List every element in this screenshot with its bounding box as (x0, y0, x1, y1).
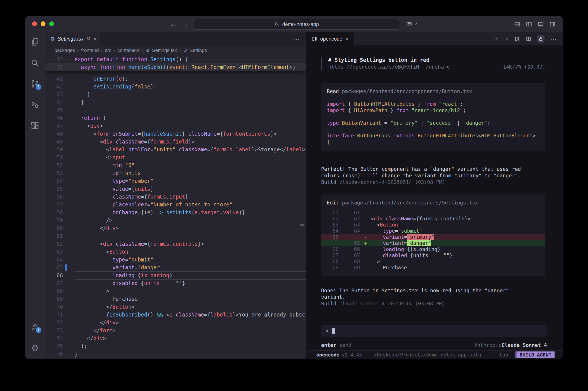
line-number[interactable]: 65 (45, 264, 63, 272)
split-editor-icon[interactable] (526, 36, 531, 42)
line-number[interactable]: 73 (45, 327, 63, 334)
code-line[interactable]: 45 (45, 106, 306, 114)
code-line[interactable]: 49 <div className={formCs.field}> (45, 138, 306, 146)
line-number[interactable]: 61 (45, 232, 63, 240)
agent-badge[interactable]: BUILD AGENT (515, 351, 555, 358)
line-number[interactable]: 71 (45, 311, 63, 319)
code-line[interactable]: 70 </Button> (45, 303, 306, 311)
code-line[interactable]: 61 (45, 232, 306, 240)
code-line[interactable]: 43 } (45, 91, 306, 98)
line-number[interactable]: 51 (45, 154, 63, 161)
code-line[interactable]: 68 > (45, 287, 306, 295)
prompt-input[interactable]: > (321, 325, 547, 337)
maximize-window-button[interactable] (49, 21, 54, 26)
code-line[interactable]: 64 type="submit" (45, 256, 306, 264)
line-number[interactable]: 44 (45, 98, 63, 106)
line-number[interactable]: 32 (45, 63, 63, 71)
code-editor[interactable]: 41 onError(e);42 setIsLoading(false);43 … (45, 55, 306, 359)
code-line[interactable]: 54 type="number" (45, 177, 306, 185)
line-number[interactable]: 41 (45, 75, 63, 83)
sidebar-item-explorer[interactable] (30, 37, 40, 47)
line-number[interactable]: 75 (45, 342, 63, 350)
new-terminal-icon[interactable] (493, 36, 499, 42)
code-line[interactable]: 48 <form onSubmit={handleSubmit} classNa… (45, 130, 306, 138)
line-number[interactable]: 72 (45, 319, 63, 327)
line-number[interactable]: 58 (45, 209, 63, 216)
line-number[interactable]: 74 (45, 334, 63, 342)
back-arrow-icon[interactable]: ← (170, 19, 177, 29)
line-number[interactable]: 67 (45, 279, 63, 287)
breadcrumb-item[interactable]: frontend (81, 48, 99, 53)
line-number[interactable]: 57 (45, 201, 63, 209)
line-number[interactable]: 49 (45, 138, 63, 146)
line-number[interactable]: 59 (45, 216, 63, 224)
breadcrumb-item[interactable]: packages (54, 48, 75, 53)
breadcrumb-item[interactable]: containers (118, 48, 140, 53)
code-line[interactable]: 66 loading={isLoading} (45, 272, 306, 279)
toggle-sidebar-left-icon[interactable] (526, 21, 532, 27)
more-actions-icon[interactable]: ⋯ (293, 35, 300, 43)
code-line[interactable]: 74 </div> (45, 334, 306, 342)
code-line[interactable]: 13export default function Settings() { (45, 55, 306, 63)
forward-arrow-icon[interactable]: → (182, 19, 189, 29)
opencode-terminal[interactable]: # Styling Settings button in red https:/… (307, 45, 563, 350)
sidebar-item-search[interactable] (30, 58, 40, 68)
scrollbar-thumb[interactable] (300, 224, 305, 226)
code-line[interactable]: 63 <Button (45, 248, 306, 256)
line-number[interactable]: 70 (45, 303, 63, 311)
line-number[interactable]: 68 (45, 287, 63, 295)
unshare-link[interactable]: /unshare (426, 64, 450, 70)
opencode-logo-icon[interactable] (514, 36, 520, 42)
toggle-panel-bottom-icon[interactable] (538, 21, 544, 27)
line-number[interactable]: 42 (45, 83, 63, 91)
line-number[interactable]: 76 (45, 350, 63, 358)
code-line[interactable]: 72 </div> (45, 319, 306, 327)
code-line[interactable]: 59 /> (45, 216, 306, 224)
line-number[interactable]: 56 (45, 193, 63, 201)
line-number[interactable]: 69 (45, 295, 63, 303)
minimize-window-button[interactable] (41, 21, 45, 26)
lock-toggle[interactable] (537, 35, 545, 43)
line-number[interactable]: 53 (45, 169, 63, 177)
code-line[interactable]: 76} (45, 350, 306, 358)
code-line[interactable]: 60 </div> (45, 224, 306, 232)
line-number[interactable]: 13 (45, 55, 63, 63)
code-line[interactable]: 55 value={units} (45, 185, 306, 193)
code-line[interactable]: 46 return ( (45, 114, 306, 122)
code-line[interactable]: 67 disabled={units === ""} (45, 279, 306, 287)
code-line[interactable]: 50 <label htmlFor="units" className={for… (45, 146, 306, 154)
line-number[interactable]: 54 (45, 177, 63, 185)
code-line[interactable]: 41 onError(e); (45, 75, 306, 83)
session-share-url[interactable]: https://opencode.ai/s/eBdFXTiH (328, 64, 419, 70)
copilot-menu[interactable] (406, 20, 418, 27)
command-center-search[interactable]: demo-notes-app (194, 19, 399, 30)
sidebar-item-run-debug[interactable] (30, 100, 40, 110)
sidebar-item-source-control[interactable]: 2 (30, 79, 40, 89)
code-line[interactable]: 71 {isSubscribed() && <p className={labe… (45, 311, 306, 319)
code-line[interactable]: 69 Purchase (45, 295, 306, 303)
code-line[interactable]: 62 <div className={formCs.controls}> (45, 240, 306, 248)
line-number[interactable]: 64 (45, 256, 63, 264)
sidebar-item-extensions[interactable] (30, 121, 40, 131)
line-number[interactable]: 66 (45, 272, 63, 279)
code-line[interactable]: 56 className={formCs.input} (45, 193, 306, 201)
line-number[interactable]: 60 (45, 224, 63, 232)
code-line[interactable]: 57 placeholder="Number of notes to store… (45, 201, 306, 209)
line-number[interactable]: 63 (45, 248, 63, 256)
code-line[interactable]: 44 } (45, 98, 306, 106)
code-line[interactable]: 42 setIsLoading(false); (45, 83, 306, 91)
chevron-down-icon[interactable] (505, 37, 509, 41)
code-line[interactable]: 32 async function handleSubmit(event: Re… (45, 63, 306, 71)
code-line[interactable]: 73 </form> (45, 327, 306, 334)
breadcrumb-item[interactable]: Settings (190, 48, 207, 53)
line-number[interactable]: 52 (45, 161, 63, 169)
line-number[interactable]: 50 (45, 146, 63, 154)
close-icon[interactable]: × (345, 36, 349, 42)
close-icon[interactable]: × (93, 36, 97, 42)
toggle-sidebar-right-icon[interactable] (549, 21, 556, 27)
line-number[interactable]: 48 (45, 130, 63, 138)
breadcrumb-item[interactable]: src (105, 48, 111, 53)
line-number[interactable]: 62 (45, 240, 63, 248)
code-line[interactable]: 51 <input (45, 154, 306, 161)
customize-layout-icon[interactable] (514, 21, 520, 27)
